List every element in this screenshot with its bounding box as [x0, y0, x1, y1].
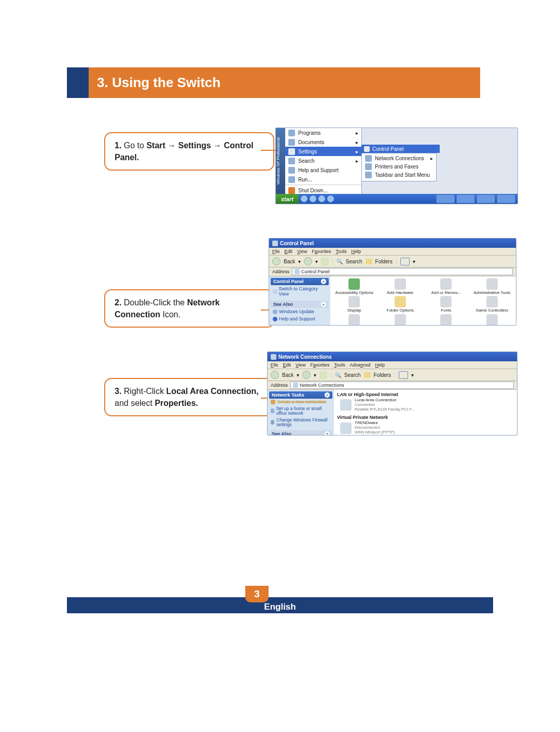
local-area-connection[interactable]: Local Area ConnectionConnectedRealtek RT…	[340, 398, 514, 412]
cp-add-hardware[interactable]: Add Hardware	[377, 277, 424, 295]
cp-folder-options[interactable]: Folder Options	[377, 295, 424, 313]
pane-header: Control Panel«	[271, 278, 329, 285]
menu-item-help[interactable]: Help and Support	[285, 165, 361, 175]
start-menu-left: Programs▸ Documents▸ Settings▸ Search▸ H…	[285, 128, 362, 194]
menu-item-run[interactable]: Run...	[285, 175, 361, 184]
cp-accessibility[interactable]: Accessibility Options	[331, 277, 377, 295]
menu-item-documents[interactable]: Documents▸	[285, 137, 361, 147]
quicklaunch-icon[interactable]	[301, 195, 307, 202]
views-button[interactable]	[399, 371, 408, 379]
taskbar-button[interactable]	[497, 194, 515, 203]
address-value[interactable]: Control Panel	[301, 269, 330, 274]
addr-icon	[293, 383, 298, 388]
fonts-icon	[440, 296, 452, 307]
toolbar: Back▾ ▾ | 🔍Search Folders | ▾	[268, 369, 517, 381]
menu-view[interactable]: View	[296, 362, 305, 368]
menu-file[interactable]: File	[272, 249, 280, 254]
back-icon[interactable]	[271, 371, 279, 379]
menu-tools[interactable]: Tools	[334, 362, 345, 368]
cp-add-remove[interactable]: Add or Remov...	[423, 277, 469, 295]
menu-item-search[interactable]: Search▸	[285, 156, 361, 165]
control-panel-icon	[364, 146, 370, 152]
forward-icon[interactable]	[302, 371, 311, 379]
address-bar: Address Network Connections	[268, 381, 517, 390]
views-button[interactable]	[400, 258, 410, 265]
menu-advanced[interactable]: Advanced	[349, 362, 370, 368]
pane-see-also: See Also«	[269, 430, 332, 435]
phone-modem-icon	[440, 314, 452, 326]
cp-display[interactable]: Display	[331, 295, 377, 313]
menu-help[interactable]: Help	[375, 362, 385, 368]
menu-favorites[interactable]: Favorites	[310, 362, 329, 368]
cp-mouse[interactable]: Mouse	[331, 313, 377, 326]
menu-view[interactable]: View	[297, 249, 307, 254]
game-controllers-icon	[486, 296, 498, 307]
back-button[interactable]: Back	[282, 372, 293, 378]
search-button[interactable]: Search	[344, 372, 361, 378]
menu-item-settings[interactable]: Settings▸	[285, 147, 361, 156]
up-icon[interactable]	[321, 258, 329, 265]
quicklaunch-icon[interactable]	[318, 195, 325, 202]
start-button[interactable]: start	[276, 194, 299, 204]
cp-phone-modem[interactable]: Phone and Modem ...	[423, 313, 469, 326]
search-button[interactable]: Search	[346, 259, 362, 264]
page-number-badge: 3	[245, 586, 269, 602]
address-value[interactable]: Network Connections	[300, 383, 344, 388]
menu-edit[interactable]: Edit	[285, 249, 293, 254]
switch-icon	[273, 289, 277, 294]
section-header: 3. Using the Switch	[89, 67, 480, 98]
menubar: File Edit View Favorites Tools Advanced …	[268, 361, 517, 369]
cp-fonts[interactable]: Fonts	[423, 295, 469, 313]
quicklaunch-icon[interactable]	[310, 195, 316, 202]
forward-icon[interactable]	[304, 257, 312, 265]
display-icon	[348, 296, 360, 307]
add-hardware-icon	[395, 278, 406, 290]
taskbar-button[interactable]	[477, 194, 495, 203]
shutdown-icon	[288, 187, 295, 194]
cp-admin-tools[interactable]: Administrative Tools	[469, 277, 515, 295]
pane-link-setup-network[interactable]: Set up a home or small office network	[269, 405, 332, 417]
category-lan: LAN or High-Speed Internet	[337, 392, 514, 397]
vpn-connection[interactable]: TRENDwareDisconnectedWAN Miniport (PPTP)	[340, 421, 514, 434]
folders-button[interactable]: Folders	[375, 259, 393, 264]
window-titlebar: Network Connections	[268, 352, 517, 361]
folders-button[interactable]: Folders	[374, 372, 391, 378]
documents-icon	[288, 139, 295, 146]
menu-help[interactable]: Help	[351, 249, 361, 254]
submenu-network-connections[interactable]: Network Connections▸	[362, 154, 436, 162]
screenshot-start-menu: Windows XP Professional Programs▸ Docume…	[275, 128, 518, 204]
pane-link-firewall[interactable]: Change Windows Firewall settings	[269, 417, 332, 428]
menu-favorites[interactable]: Favorites	[312, 249, 331, 254]
pane-see-also: See Also«	[271, 301, 329, 308]
accessibility-icon	[348, 278, 360, 290]
back-icon[interactable]	[272, 257, 281, 265]
menu-file[interactable]: File	[271, 362, 278, 368]
cp-game-controllers[interactable]: Game Controllers	[469, 295, 515, 313]
add-remove-icon	[440, 278, 452, 290]
quicklaunch-icon[interactable]	[327, 195, 334, 202]
taskbar-icon	[365, 172, 372, 178]
programs-icon	[288, 130, 295, 136]
cp-power-options[interactable]: Power Options	[469, 313, 515, 326]
submenu-control-panel[interactable]: Control Panel	[361, 145, 440, 153]
xp-banner: Windows XP Professional	[276, 128, 285, 194]
submenu-taskbar[interactable]: Taskbar and Start Menu	[362, 171, 436, 179]
up-icon[interactable]	[319, 371, 327, 379]
back-button[interactable]: Back	[284, 259, 295, 264]
taskbar-button[interactable]	[436, 194, 455, 203]
step-1-callout: 1. Go to Start → Settings → Control Pane…	[104, 132, 274, 171]
pane-link-windows-update[interactable]: Windows Update	[271, 308, 329, 315]
task-pane: Network Tasks« Create a new connection S…	[268, 390, 334, 435]
step-2-callout: 2. Double-Click the Network Connection I…	[104, 289, 274, 328]
menu-edit[interactable]: Edit	[283, 362, 291, 368]
submenu-printers[interactable]: Printers and Faxes	[362, 162, 436, 171]
pane-link-create-connection[interactable]: Create a new connection	[269, 399, 332, 405]
cp-network-connections[interactable]: Network Connections	[377, 313, 424, 326]
settings-submenu: Network Connections▸ Printers and Faxes …	[361, 153, 437, 181]
footer-language: English	[67, 597, 493, 613]
taskbar-button[interactable]	[456, 194, 475, 203]
menu-tools[interactable]: Tools	[335, 249, 346, 254]
menu-item-programs[interactable]: Programs▸	[285, 128, 361, 137]
pane-link-switch-view[interactable]: Switch to Category View	[271, 285, 329, 298]
pane-link-help-support[interactable]: Help and Support	[271, 315, 329, 322]
